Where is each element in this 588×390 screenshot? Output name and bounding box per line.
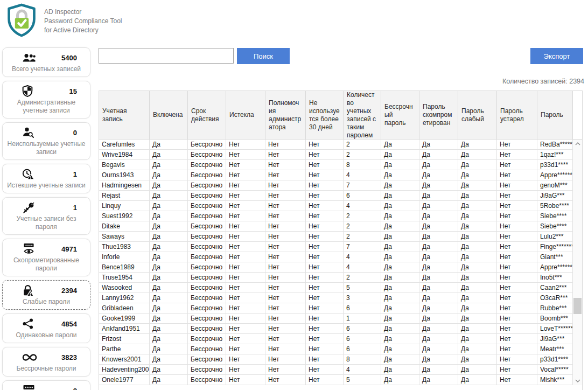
sidebar-item-4[interactable]: 1Учетные записи без пароля — [2, 197, 90, 235]
sidebar-item-0[interactable]: 5400Всего учетных записей — [2, 47, 90, 77]
column-header[interactable]: Срок действия — [188, 91, 226, 140]
table-row[interactable]: SawaysДаБессрочноНетНетНет2ДаДаДаНетLulu… — [99, 232, 582, 242]
table-row[interactable]: Onele1977ДаБессрочноНетНетНет5ДаДаДаНетM… — [99, 375, 582, 385]
table-cell: Да — [150, 334, 188, 344]
table-cell: Да — [419, 262, 458, 273]
table-row[interactable]: Lanny1962ДаБессрочноНетНетНет3ДаДаДаНетO… — [99, 293, 582, 303]
table-row[interactable]: WasookedДаБессрочноНетНетНет5ДаДаДаНетCa… — [99, 283, 582, 293]
column-header[interactable]: Пароль слабый — [458, 91, 497, 140]
table-row[interactable]: Bence1989ДаБессрочноНетНетНет4ДаДаДаНетA… — [99, 262, 582, 273]
table-row[interactable]: DitakeДаБессрочноНетНетНет2ДаДаДаНетSieb… — [99, 221, 582, 232]
scroll-up-icon[interactable] — [573, 140, 582, 148]
column-header[interactable]: Количество учетных записей с таким парол… — [344, 91, 381, 140]
table-row[interactable]: FrizostДаБессрочноНетНетНет6ДаДаДаНетJi9… — [99, 334, 582, 344]
table-cell: Нет — [226, 160, 265, 170]
table-cell: Да — [458, 191, 497, 201]
table-cell: Bence1989 — [99, 262, 150, 273]
scroll-down-icon[interactable] — [573, 377, 582, 385]
table-row[interactable]: GribladeenДаБессрочноНетНетНет6ДаДаДаНет… — [99, 303, 582, 314]
table-row[interactable]: Gooke1999ДаБессрочноНетНетНет1ДаДаДаНетB… — [99, 314, 582, 324]
table-cell: Appre****** — [537, 170, 573, 180]
table-cell: 2 — [344, 232, 381, 242]
table-cell: Gooke1999 — [99, 314, 150, 324]
sidebar-item-1[interactable]: 15Административные учетные записи — [2, 81, 90, 119]
column-header[interactable]: Включена — [150, 91, 188, 140]
table-cell: Да — [150, 191, 188, 201]
table-cell: Да — [458, 201, 497, 211]
column-header[interactable]: Истекла — [226, 91, 265, 140]
table-cell: Siebe**** — [537, 211, 573, 221]
table-cell: Да — [150, 242, 188, 252]
table-cell: Нет — [306, 232, 344, 242]
column-header[interactable]: Учетная запись — [99, 91, 150, 140]
sidebar-item-2[interactable]: 0Неиспользуемые учетные записи — [2, 122, 90, 160]
table-cell: Бессрочно — [188, 211, 226, 221]
sidebar-item-9[interactable]: 8Устаревшие пароли — [2, 380, 90, 390]
table-cell: Да — [381, 375, 419, 385]
table-row[interactable]: InforleДаБессрочноНетНетНет4ДаДаДаНетGia… — [99, 252, 582, 262]
column-header[interactable]: Пароль — [537, 91, 573, 140]
table-row[interactable]: PartheДаБессрочноНетНетНет6ДаДаДаНетMeat… — [99, 344, 582, 354]
table-cell: Да — [419, 344, 458, 354]
table-cell: Да — [458, 314, 497, 324]
table-cell: Да — [150, 365, 188, 375]
export-button[interactable]: Экспорт — [530, 48, 583, 64]
column-header[interactable]: Пароль скомпрометирован — [419, 91, 458, 140]
column-header[interactable]: Бессрочный пароль — [381, 91, 419, 140]
table-cell: Да — [458, 273, 497, 283]
search-input[interactable] — [99, 48, 234, 64]
sidebar-item-8[interactable]: 3823Бессрочные пароли — [2, 347, 90, 377]
sidebar-item-top: 8 — [5, 384, 88, 390]
table-cell: Да — [381, 365, 419, 375]
table-cell: 8 — [344, 160, 381, 170]
table-cell: Да — [419, 232, 458, 242]
sidebar-item-label: Административные учетные записи — [5, 99, 88, 115]
sidebar-item-6[interactable]: 2394Слабые пароли — [2, 280, 90, 310]
table-cell: Нет — [306, 334, 344, 344]
table-cell: Да — [458, 293, 497, 303]
table-cell: Да — [150, 221, 188, 232]
scrollbar-thumb[interactable] — [573, 298, 582, 314]
table-row[interactable]: Ankfand1951ДаБессрочноНетНетНет6ДаДаДаНе… — [99, 324, 582, 334]
table-cell: Да — [381, 303, 419, 314]
table-row[interactable]: LinquyДаБессрочноНетНетНет4ДаДаДаНет5Rob… — [99, 201, 582, 211]
sidebar-item-value: 2394 — [61, 287, 77, 295]
table-row[interactable]: CarefumlesДаБессрочноНетНетНет2ДаДаДаНет… — [99, 140, 582, 150]
table-row[interactable]: Suest1992ДаБессрочноНетНетНет2ДаДаДаНетS… — [99, 211, 582, 221]
sidebar-item-3[interactable]: 1Истекшие учетные записи — [2, 164, 90, 193]
table-row[interactable]: HadmingesenДаБессрочноНетНетНет7ДаДаДаНе… — [99, 180, 582, 191]
sidebar-item-7[interactable]: 4854Одинаковые пароли — [2, 314, 90, 343]
table-cell: Нет — [226, 283, 265, 293]
table-cell: Да — [381, 160, 419, 170]
outdated-passwords-icon — [22, 385, 36, 390]
table-cell: Да — [150, 354, 188, 365]
search-button[interactable]: Поиск — [237, 48, 290, 64]
table-cell: Да — [458, 283, 497, 293]
table-cell: Mishk*** — [537, 375, 573, 385]
table-cell: Нет — [265, 140, 306, 150]
table-cell: Нет — [497, 160, 537, 170]
table-cell: 2 — [344, 140, 381, 150]
column-header[interactable]: Не используется более 30 дней — [306, 91, 344, 140]
table-cell: Да — [150, 180, 188, 191]
app-title-line2: Password Compliance Tool — [44, 17, 122, 26]
table-cell: Нет — [497, 365, 537, 375]
table-row[interactable]: Knowers2001ДаБессрочноНетНетНет8ДаДаДаНе… — [99, 354, 582, 365]
table-cell: Нет — [226, 191, 265, 201]
table-row[interactable]: Ourns1943ДаБессрочноНетНетНет4ДаДаДаНетA… — [99, 170, 582, 180]
table-cell: Да — [458, 365, 497, 375]
table-cell: Бессрочно — [188, 191, 226, 201]
table-row[interactable]: Truse1954ДаБессрочноНетНетНет2ДаДаДаНетI… — [99, 273, 582, 283]
table-row[interactable]: RejastДаБессрочноНетНетНет6ДаДаДаНетJi9a… — [99, 191, 582, 201]
table-cell: Бессрочно — [188, 170, 226, 180]
table-cell: Нет — [265, 375, 306, 385]
table-row[interactable]: Wrive1984ДаБессрочноНетНетНет2ДаДаДаНет1… — [99, 150, 582, 160]
table-row[interactable]: Thue1983ДаБессрочноНетНетНет7ДаДаДаНетFi… — [99, 242, 582, 252]
table-row[interactable]: Hadeventing200ДаБессрочноНетНетНет4ДаДаД… — [99, 365, 582, 375]
column-header[interactable]: Пароль устарел — [497, 91, 537, 140]
table-row[interactable]: BegavisДаБессрочноНетНетНет8ДаДаДаНетp33… — [99, 160, 582, 170]
sidebar-item-5[interactable]: 4971Скопрометированные пароли — [2, 239, 90, 276]
column-header[interactable]: Полномочия администратора — [265, 91, 306, 140]
vertical-scrollbar[interactable] — [573, 140, 582, 385]
sidebar-item-value: 15 — [69, 87, 77, 95]
